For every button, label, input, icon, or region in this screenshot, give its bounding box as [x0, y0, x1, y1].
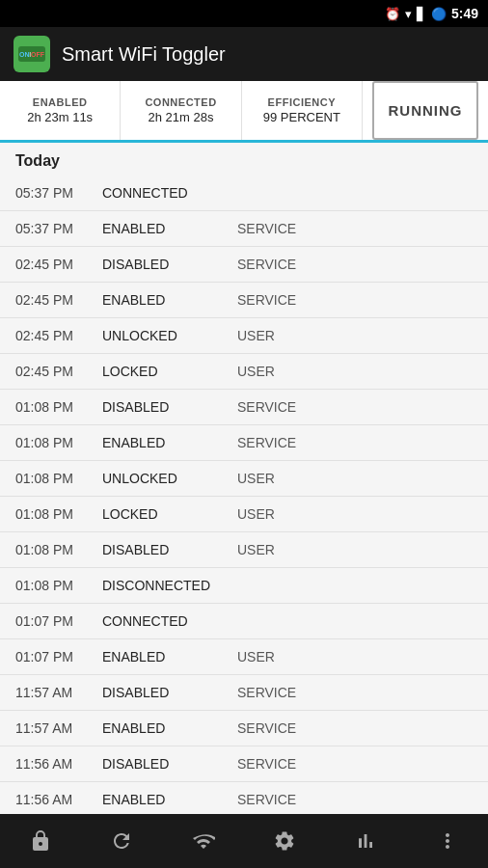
log-row: 02:45 PMENABLEDSERVICE — [0, 283, 488, 318]
app-icon-label: ON | OFF — [18, 46, 45, 62]
log-source: SERVICE — [237, 756, 296, 772]
log-time: 01:07 PM — [15, 649, 102, 665]
bottom-nav — [0, 814, 488, 868]
log-source: USER — [237, 328, 275, 343]
log-source: USER — [237, 506, 275, 522]
log-time: 01:08 PM — [15, 399, 102, 415]
stat-efficiency-value: 99 PERCENT — [263, 110, 340, 124]
log-event: ENABLED — [102, 292, 237, 308]
log-time: 05:37 PM — [15, 221, 102, 236]
log-source: SERVICE — [237, 685, 296, 700]
log-time: 05:37 PM — [15, 185, 102, 201]
log-time: 02:45 PM — [15, 364, 102, 379]
nav-wifi[interactable] — [179, 817, 228, 865]
log-time: 01:08 PM — [15, 471, 102, 486]
log-source: SERVICE — [237, 221, 296, 236]
app-bar: ON | OFF Smart WiFi Toggler — [0, 27, 488, 81]
stat-running-label: RUNNING — [388, 102, 462, 119]
lock-icon — [29, 829, 52, 853]
log-time: 01:08 PM — [15, 578, 102, 593]
log-event: ENABLED — [102, 649, 237, 665]
log-time: 02:45 PM — [15, 257, 102, 272]
log-row: 11:57 AMDISABLEDSERVICE — [0, 675, 488, 711]
log-time: 02:45 PM — [15, 292, 102, 308]
app-icon: ON | OFF — [14, 36, 50, 72]
wifi-icon: ▾ — [405, 7, 412, 21]
log-source: SERVICE — [237, 720, 296, 736]
log-rows-container: 05:37 PMCONNECTED05:37 PMENABLEDSERVICE0… — [0, 176, 488, 814]
log-row: 01:08 PMDISABLEDUSER — [0, 532, 488, 568]
battery-icon: 🔵 — [431, 7, 447, 21]
log-source: SERVICE — [237, 435, 296, 450]
log-container: Today 05:37 PMCONNECTED05:37 PMENABLEDSE… — [0, 143, 488, 814]
log-event: LOCKED — [102, 364, 237, 379]
log-row: 01:08 PMENABLEDSERVICE — [0, 425, 488, 461]
status-time: 5:49 — [451, 6, 478, 21]
status-bar-icons: ⏰ ▾ ▋ 🔵 5:49 — [385, 6, 478, 21]
log-event: DISABLED — [102, 756, 237, 772]
log-row: 11:56 AMENABLEDSERVICE — [0, 782, 488, 814]
log-event: DISABLED — [102, 399, 237, 415]
log-source: SERVICE — [237, 257, 296, 272]
log-row: 11:56 AMDISABLEDSERVICE — [0, 746, 488, 782]
log-source: SERVICE — [237, 792, 296, 807]
log-time: 11:56 AM — [15, 792, 102, 807]
log-row: 02:45 PMDISABLEDSERVICE — [0, 247, 488, 283]
app-title: Smart WiFi Toggler — [62, 43, 226, 66]
log-event: DISABLED — [102, 685, 237, 700]
log-event: DISCONNECTED — [102, 578, 237, 593]
log-row: 11:57 AMENABLEDSERVICE — [0, 711, 488, 746]
stat-connected-value: 2h 21m 28s — [149, 110, 214, 124]
log-event: ENABLED — [102, 720, 237, 736]
log-event: CONNECTED — [102, 613, 237, 629]
bar-chart-icon — [354, 829, 377, 853]
log-time: 11:57 AM — [15, 720, 102, 736]
log-row: 05:37 PMENABLEDSERVICE — [0, 211, 488, 247]
log-source: USER — [237, 542, 275, 557]
log-event: LOCKED — [102, 506, 237, 522]
log-source: USER — [237, 471, 275, 486]
stat-enabled-value: 2h 23m 11s — [27, 110, 93, 124]
log-row: 02:45 PMUNLOCKEDUSER — [0, 318, 488, 354]
log-event: DISABLED — [102, 542, 237, 557]
log-time: 01:08 PM — [15, 506, 102, 522]
log-row: 01:08 PMDISABLEDSERVICE — [0, 390, 488, 425]
log-event: CONNECTED — [102, 185, 237, 201]
stat-enabled: ENABLED 2h 23m 11s — [0, 81, 121, 140]
settings-icon — [273, 829, 296, 853]
log-source: SERVICE — [237, 399, 296, 415]
stats-row: ENABLED 2h 23m 11s CONNECTED 2h 21m 28s … — [0, 81, 488, 143]
refresh-icon — [110, 829, 133, 853]
more-icon — [436, 829, 459, 853]
log-row: 01:08 PMUNLOCKEDUSER — [0, 461, 488, 497]
status-bar: ⏰ ▾ ▋ 🔵 5:49 — [0, 0, 488, 27]
log-event: ENABLED — [102, 435, 237, 450]
log-event: UNLOCKED — [102, 328, 237, 343]
wifi-nav-icon — [192, 829, 215, 853]
log-row: 01:08 PMLOCKEDUSER — [0, 497, 488, 532]
log-source: USER — [237, 364, 275, 379]
stat-enabled-label: ENABLED — [33, 96, 88, 108]
log-section-header: Today — [0, 143, 488, 176]
stat-efficiency-label: EFFICIENCY — [268, 96, 336, 108]
alarm-icon: ⏰ — [385, 7, 400, 21]
log-event: ENABLED — [102, 221, 237, 236]
nav-refresh[interactable] — [97, 817, 146, 865]
stat-running-button[interactable]: RUNNING — [372, 81, 478, 140]
nav-more[interactable] — [423, 817, 472, 865]
nav-settings[interactable] — [260, 817, 309, 865]
nav-stats[interactable] — [341, 817, 390, 865]
log-row: 05:37 PMCONNECTED — [0, 176, 488, 211]
signal-icon: ▋ — [417, 7, 426, 21]
log-time: 01:08 PM — [15, 435, 102, 450]
log-event: ENABLED — [102, 792, 237, 807]
log-source: SERVICE — [237, 292, 296, 308]
log-row: 01:07 PMCONNECTED — [0, 604, 488, 639]
log-row: 01:07 PMENABLEDUSER — [0, 639, 488, 675]
log-time: 11:56 AM — [15, 756, 102, 772]
nav-lock[interactable] — [16, 817, 65, 865]
log-time: 01:07 PM — [15, 613, 102, 629]
log-event: DISABLED — [102, 257, 237, 272]
log-source: USER — [237, 649, 275, 665]
stat-efficiency: EFFICIENCY 99 PERCENT — [242, 81, 363, 140]
